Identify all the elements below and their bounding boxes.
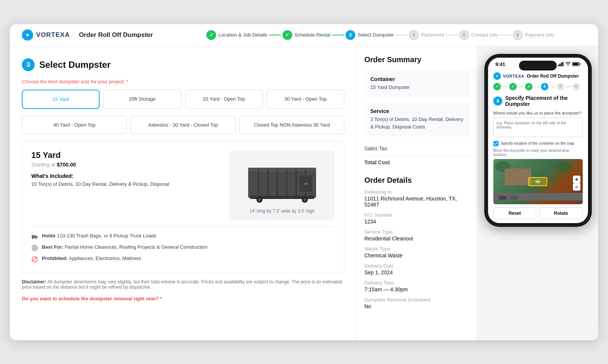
service-value: 3 Ton(s) of Debris, 10 Day Rental, Deliv… — [370, 116, 464, 130]
phone-app-title: Order Roll Off Dumpster — [527, 73, 579, 79]
field-service-type: Service Type Residential Cleanout — [364, 229, 470, 242]
logo-text: VORTEXA — [36, 31, 70, 39]
battery-icon — [572, 62, 580, 66]
svg-point-19 — [36, 238, 37, 239]
phone-step-6: 6 — [573, 83, 580, 90]
phone-checkbox-label: Specify location of the container on the… — [501, 141, 574, 145]
waste-type-value: Chemical Waste — [364, 252, 470, 258]
container-label: Container — [370, 76, 464, 82]
svg-rect-5 — [267, 170, 269, 198]
delivery-time-label: Delivery Time — [364, 280, 470, 286]
section-title: Select Dumpster — [39, 60, 111, 70]
dumpster-option-nonas[interactable]: Closed Top NON Asbestos 30 Yard — [240, 116, 344, 134]
truck-icon — [31, 233, 38, 241]
step-3: 3 Select Dumpster — [345, 30, 394, 40]
phone-map-zoom-out[interactable]: − — [573, 183, 580, 191]
phone-device: 9:41 — [484, 54, 592, 227]
dumpster-option-20yard[interactable]: 20 Yard - Open Top — [185, 90, 263, 109]
phone-connector-3 — [534, 86, 539, 87]
dumpster-option-15yard[interactable]: 15 Yard — [22, 90, 100, 109]
phone-placement-input[interactable] — [493, 118, 583, 137]
dumpster-option-40yard[interactable]: 40 Yard - Open Top — [22, 116, 127, 134]
phone-reset-button[interactable]: Reset — [493, 207, 537, 219]
service-type-label: Service Type — [364, 229, 470, 235]
step-3-circle: 3 — [345, 30, 355, 40]
map-road — [493, 193, 583, 200]
dumpster-option-20ft[interactable]: 20ft Storage — [103, 90, 181, 109]
service-type-value: Residential Cleanout — [364, 236, 470, 242]
svg-rect-30 — [573, 63, 578, 66]
svg-point-1 — [27, 34, 29, 36]
phone-map-checkbox[interactable] — [493, 141, 499, 146]
phone-connector-1 — [502, 86, 508, 87]
dumpster-option-30yard[interactable]: 30 Yard - Open Top — [267, 90, 344, 109]
phone-rotate-button[interactable]: Rotate — [539, 207, 583, 219]
status-icons — [558, 62, 580, 66]
container-value: 15 Yard Dumpster — [370, 84, 464, 91]
phone-map[interactable]: + − — [493, 159, 583, 204]
step-1-label: Location & Job Details — [218, 32, 267, 38]
phone-content: VORTEXA Order Roll Off Dumpster ✓ ✓ ✓ 4 — [488, 69, 588, 223]
detail-left: 15 Yard Starting at $700.00 What's Inclu… — [31, 150, 220, 220]
phone-connector-4 — [550, 86, 555, 87]
disclaimer: Disclaimer: All dumpster dimensions may … — [22, 279, 344, 290]
phone-connector-5 — [566, 86, 571, 87]
step-6: 6 Payment Info — [513, 30, 554, 40]
delivery-time-value: 7:15am — 4:30pm — [364, 286, 470, 292]
phone-app-header: VORTEXA Order Roll Off Dumpster — [493, 72, 583, 80]
phone-notch — [519, 61, 557, 70]
phone-map-hint: Move the dumpster to mark your desired d… — [493, 148, 583, 157]
delivering-to-label: Delivering to — [364, 189, 470, 195]
phone-step-3: ✓ — [525, 83, 533, 90]
whats-included-title: What's Included: — [31, 173, 220, 179]
order-details-title: Order Details — [364, 176, 470, 185]
phone-section-number: 4 — [493, 96, 502, 106]
phone-action-buttons: Reset Rotate — [493, 207, 583, 219]
po-number-value: 1234 — [364, 219, 470, 225]
feature-prohibited: Prohibited: Appliances, Electronics, Mat… — [31, 255, 335, 264]
step-5: 5 Contact Info — [459, 30, 498, 40]
dumpster-dimensions: 14' long by 7.5' wide by 3.5' high — [250, 208, 315, 214]
svg-rect-17 — [32, 235, 36, 238]
phone-connector-2 — [518, 86, 524, 87]
step-6-label: Payment Info — [525, 32, 554, 38]
feature-holds: Holds 110-130 Trash Bags, or 6 Pickup Tr… — [31, 233, 335, 241]
header: VORTEXA Order Roll Off Dumpster ✓ Locati… — [10, 24, 598, 46]
dumpster-option-asbestos[interactable]: Asbestos - 30 Yard - Closed Top — [131, 116, 235, 134]
phone-status-bar: 9:41 — [488, 58, 588, 69]
step-5-circle: 5 — [459, 30, 469, 40]
svg-point-32 — [496, 75, 497, 76]
phone-stepper: ✓ ✓ ✓ 4 5 6 — [493, 83, 583, 90]
svg-rect-25 — [559, 64, 560, 66]
step-2-label: Schedule Rental — [295, 32, 330, 38]
starting-at: Starting at $700.00 — [31, 162, 220, 168]
total-cost-label: Total Cost — [364, 159, 390, 165]
order-summary-title: Order Summary — [364, 55, 470, 64]
features-list: Holds 110-130 Trash Bags, or 6 Pickup Tr… — [31, 226, 335, 264]
connector-1-2 — [269, 35, 281, 35]
removal-scheduled-label: Dumpster Removal Scheduled — [364, 297, 470, 303]
field-po-number: P.O. Number 1234 — [364, 212, 470, 225]
included-text: 10 Ton(s) of Debris, 10 Day Rental, Deli… — [31, 180, 220, 188]
delivery-date-value: Sep 1, 2024 — [364, 269, 470, 275]
sales-tax-row: Sales Tax — [364, 142, 470, 156]
map-car-2 — [510, 196, 518, 200]
delivery-date-label: Delivery Date — [364, 263, 470, 269]
step-5-label: Contact Info — [471, 32, 498, 38]
svg-point-18 — [32, 238, 34, 239]
choose-label: Choose the best dumpster size for your p… — [22, 79, 344, 84]
phone-map-zoom-in[interactable]: + — [573, 176, 580, 183]
move-icon — [535, 179, 540, 184]
svg-rect-8 — [295, 170, 297, 198]
svg-rect-12 — [304, 183, 308, 185]
signal-icon — [558, 62, 564, 66]
phone-section-title: Specify Placement of the Dumpster — [505, 95, 583, 107]
connector-4-5 — [446, 35, 458, 35]
svg-rect-7 — [286, 170, 287, 198]
dumpster-detail-card: 15 Yard Starting at $700.00 What's Inclu… — [22, 141, 344, 273]
phone-time: 9:41 — [496, 61, 505, 67]
svg-rect-27 — [562, 62, 563, 66]
phone-map-dumpster-marker — [528, 177, 547, 186]
sales-tax-label: Sales Tax — [364, 145, 387, 151]
main-content: 3 Select Dumpster Choose the best dumpst… — [10, 46, 598, 340]
